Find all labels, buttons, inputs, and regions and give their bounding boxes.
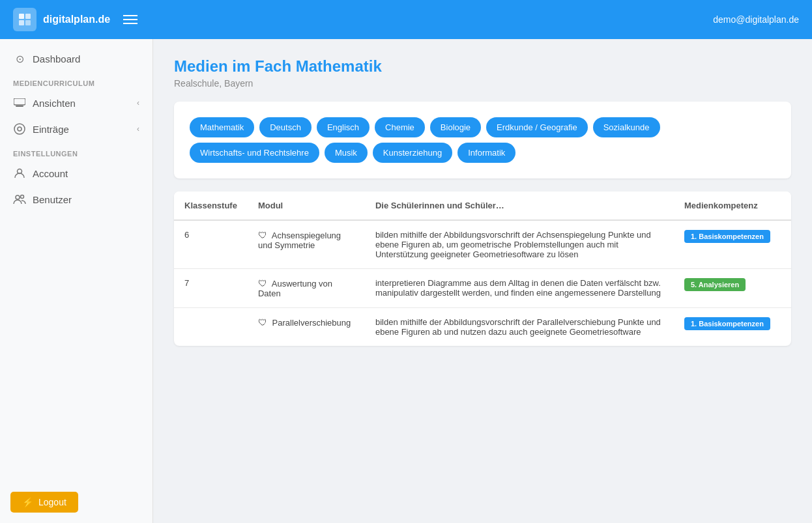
modul-text-0: Achsenspiegelung und Symmetrie xyxy=(258,231,341,250)
svg-rect-0 xyxy=(19,14,24,19)
svg-rect-1 xyxy=(25,14,31,19)
cell-kompetenz-2: 1. Basiskompetenzen xyxy=(674,308,791,346)
col-header-schueler: Die Schülerinnen und Schüler… xyxy=(365,191,674,220)
cell-kompetenz-0: 1. Basiskompetenzen xyxy=(674,220,791,269)
app-body: ⊙ Dashboard MEDIENCURRICULUM Ansichten ‹ xyxy=(0,39,812,523)
badge-0: 1. Basiskompetenzen xyxy=(684,230,770,243)
cell-modul-0: 🛡 Achsenspiegelung und Symmetrie xyxy=(248,220,365,269)
logo-area: digitalplan.de xyxy=(13,8,110,31)
cell-schueler-0: bilden mithilfe der Abbildungsvorschrift… xyxy=(365,220,674,269)
subject-tag-5[interactable]: Erdkunde / Geografie xyxy=(486,117,588,137)
sidebar-nav: ⊙ Dashboard MEDIENCURRICULUM Ansichten ‹ xyxy=(0,39,152,481)
modul-icon-1: 🛡 xyxy=(258,278,267,289)
sidebar-section-einstellungen: EINSTELLUNGEN xyxy=(0,142,152,160)
benutzer-icon xyxy=(13,193,26,206)
badge-1: 5. Analysieren xyxy=(684,278,746,291)
ansichten-chevron: ‹ xyxy=(137,98,139,107)
logout-icon: ⚡ xyxy=(22,497,33,507)
header: digitalplan.de demo@digitalplan.de xyxy=(0,0,812,39)
eintraege-icon xyxy=(13,122,26,135)
col-header-klasse: Klassenstufe xyxy=(174,191,248,220)
subject-tag-6[interactable]: Sozialkunde xyxy=(593,117,660,137)
modul-text-2: Parallelverschiebung xyxy=(272,318,351,328)
eintraege-chevron: ‹ xyxy=(137,124,139,134)
modul-text-1: Auswertung von Daten xyxy=(258,279,332,298)
ansichten-icon xyxy=(13,96,26,109)
modul-icon-2: 🛡 xyxy=(258,317,267,328)
cell-schueler-1: interpretieren Diagramme aus dem Alltag … xyxy=(365,269,674,308)
svg-point-10 xyxy=(21,195,24,199)
dashboard-icon: ⊙ xyxy=(13,52,26,65)
page-subtitle: Realschule, Bayern xyxy=(174,78,791,89)
hamburger-button[interactable] xyxy=(121,12,140,27)
svg-point-7 xyxy=(18,127,22,131)
page-title: Medien im Fach Mathematik xyxy=(174,57,791,76)
sidebar-item-benutzer[interactable]: Benutzer xyxy=(0,186,152,212)
account-icon xyxy=(13,167,26,180)
subject-tag-4[interactable]: Biologie xyxy=(430,117,481,137)
table-row: 🛡 Parallelverschiebung bilden mithilfe d… xyxy=(174,308,791,346)
header-left: digitalplan.de xyxy=(13,8,140,31)
sidebar-item-account[interactable]: Account xyxy=(0,160,152,186)
sidebar-item-label-ansichten: Ansichten xyxy=(33,98,76,109)
svg-rect-5 xyxy=(16,106,23,107)
subject-tag-1[interactable]: Deutsch xyxy=(259,117,312,137)
svg-rect-3 xyxy=(25,20,31,25)
cell-klasse-2 xyxy=(174,308,248,346)
subject-tag-8[interactable]: Musik xyxy=(325,143,368,163)
logo-text: digitalplan.de xyxy=(43,14,110,25)
svg-point-6 xyxy=(14,124,25,134)
main-content: Medien im Fach Mathematik Realschule, Ba… xyxy=(153,39,812,523)
cell-kompetenz-1: 5. Analysieren xyxy=(674,269,791,308)
subject-tag-7[interactable]: Wirtschafts- und Rechtslehre xyxy=(190,143,319,163)
sidebar-item-ansichten[interactable]: Ansichten ‹ xyxy=(0,90,152,116)
sidebar: ⊙ Dashboard MEDIENCURRICULUM Ansichten ‹ xyxy=(0,39,153,523)
cell-klasse-0: 6 xyxy=(174,220,248,269)
table-card: Klassenstufe Modul Die Schülerinnen und … xyxy=(174,191,791,346)
subject-tag-3[interactable]: Chemie xyxy=(375,117,425,137)
curriculum-table: Klassenstufe Modul Die Schülerinnen und … xyxy=(174,191,791,346)
svg-rect-2 xyxy=(19,20,24,25)
badge-2: 1. Basiskompetenzen xyxy=(684,317,770,330)
svg-point-9 xyxy=(16,195,20,199)
logout-button[interactable]: ⚡ Logout xyxy=(10,492,78,513)
col-header-kompetenz: Medienkompetenz xyxy=(674,191,791,220)
tags-container: MathematikDeutschEnglischChemieBiologieE… xyxy=(190,117,776,163)
table-row: 6 🛡 Achsenspiegelung und Symmetrie bilde… xyxy=(174,220,791,269)
subject-tag-9[interactable]: Kunsterziehung xyxy=(373,143,452,163)
modul-icon-0: 🛡 xyxy=(258,230,267,240)
sidebar-item-label-account: Account xyxy=(33,168,68,179)
sidebar-footer: ⚡ Logout xyxy=(0,481,152,523)
svg-rect-4 xyxy=(14,98,25,105)
subject-tag-10[interactable]: Informatik xyxy=(457,143,515,163)
subject-tag-2[interactable]: Englisch xyxy=(317,117,370,137)
user-email: demo@digitalplan.de xyxy=(713,14,799,25)
subject-tag-0[interactable]: Mathematik xyxy=(190,117,254,137)
logo-icon xyxy=(13,8,36,31)
sidebar-item-label-dashboard: Dashboard xyxy=(33,53,80,64)
sidebar-item-dashboard[interactable]: ⊙ Dashboard xyxy=(0,46,152,72)
col-header-modul: Modul xyxy=(248,191,365,220)
sidebar-section-mediencurriculum: MEDIENCURRICULUM xyxy=(0,72,152,90)
sidebar-item-label-benutzer: Benutzer xyxy=(33,194,72,205)
logout-label: Logout xyxy=(38,497,66,507)
sidebar-item-eintraege[interactable]: Einträge ‹ xyxy=(0,116,152,142)
cell-klasse-1: 7 xyxy=(174,269,248,308)
cell-modul-1: 🛡 Auswertung von Daten xyxy=(248,269,365,308)
table-header-row: Klassenstufe Modul Die Schülerinnen und … xyxy=(174,191,791,220)
table-row: 7 🛡 Auswertung von Daten interpretieren … xyxy=(174,269,791,308)
subjects-card: MathematikDeutschEnglischChemieBiologieE… xyxy=(174,102,791,178)
cell-schueler-2: bilden mithilfe der Abbildungsvorschrift… xyxy=(365,308,674,346)
sidebar-item-label-eintraege: Einträge xyxy=(33,124,69,135)
cell-modul-2: 🛡 Parallelverschiebung xyxy=(248,308,365,346)
